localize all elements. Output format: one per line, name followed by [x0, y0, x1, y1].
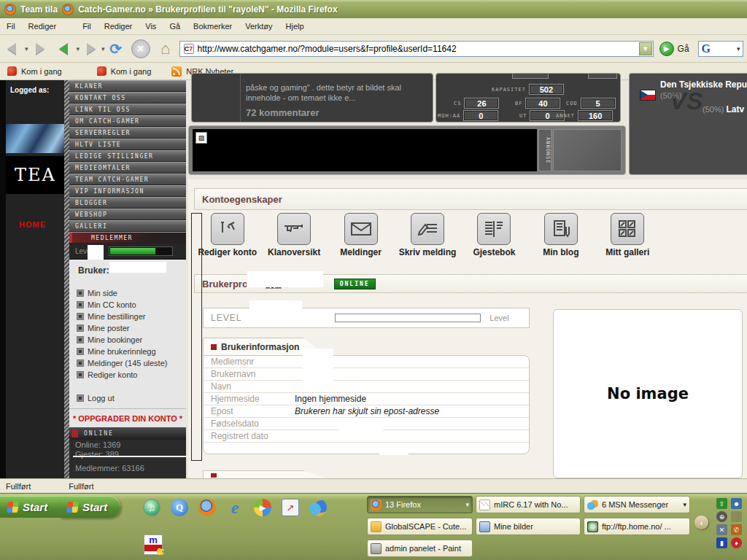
back-button-inactive[interactable] — [4, 39, 23, 58]
action-klanoversikt[interactable]: Klanoversikt — [260, 213, 327, 261]
start-button[interactable]: Start — [60, 496, 120, 518]
group-dropdown-icon[interactable]: ▾ — [465, 501, 469, 508]
menu-fil-back[interactable]: Fil — [0, 22, 22, 31]
menu-rediger[interactable]: Rediger — [98, 22, 139, 31]
stop-icon[interactable]: ✕ — [131, 39, 150, 58]
go-button-label[interactable]: Gå — [678, 44, 689, 54]
media-player-quicklaunch-icon[interactable]: ▶ — [254, 499, 271, 516]
taskbar-button-mirc[interactable]: mIRC 6.17 with No... — [476, 496, 581, 513]
menu-ga[interactable]: Gå — [163, 22, 187, 31]
sidebar-item-vip-informasjon[interactable]: VIP INFORMASJON — [69, 185, 186, 197]
menu-fil[interactable]: Fil — [76, 22, 98, 31]
tray-phone-icon[interactable]: ✆ — [731, 524, 742, 535]
tray-network-disconnected-icon[interactable]: ✕ — [716, 524, 727, 535]
tray-collapse-chevron-icon[interactable]: ‹ — [694, 516, 708, 529]
tray-globe-icon[interactable]: ⊕ — [716, 511, 727, 522]
back-dropdown-icon[interactable]: ▾ — [25, 45, 28, 52]
sidebar-item-link-til-oss[interactable]: LINK TIL OSS — [69, 104, 186, 115]
forward-history-dropdown-icon[interactable]: ▾ — [101, 45, 105, 52]
taskbar: Start Start ♫ Q e ▶ ↗ mirc 13 Firefox ▾ … — [0, 493, 747, 560]
square-bullet-icon — [77, 394, 84, 402]
mirc-desktop-icon[interactable]: mirc — [144, 534, 163, 555]
home-icon[interactable]: ⌂ — [156, 39, 175, 58]
usermenu-mine-brukerinnlegg[interactable]: Mine brukerinnlegg — [77, 346, 186, 357]
action-meldinger[interactable]: Meldinger — [328, 213, 394, 261]
action-gjestebok[interactable]: Gjestebok — [461, 213, 527, 261]
action-min-blog[interactable]: Min blog — [527, 213, 594, 261]
menu-bokmerker[interactable]: Bokmerker — [187, 22, 239, 31]
usermenu-mine-bestillinger[interactable]: Mine bestillinger — [77, 311, 186, 322]
sidebar-item-blogger[interactable]: BLOGGER — [69, 197, 186, 209]
comment-count[interactable]: 72 kommentarer — [246, 107, 319, 118]
firefox-quicklaunch-icon[interactable] — [198, 499, 216, 516]
sidebar-item-kontakt-oss[interactable]: KONTAKT OSS — [69, 92, 186, 104]
address-bar[interactable]: C7 http://www.catchgamer.no/?module=user… — [179, 41, 654, 57]
search-engine-dropdown-icon[interactable]: ▾ — [737, 45, 740, 52]
gun-icon — [277, 213, 311, 245]
online-status-badge: ONLINE — [334, 279, 376, 289]
taskbar-button-msn[interactable]: 6 MSN Messenger ▾ — [584, 496, 690, 513]
bookmark-kom-i-gang-1[interactable]: Kom i gang — [21, 67, 62, 76]
usermenu-min-side[interactable]: Min side — [77, 287, 186, 299]
taskbar-button-ftp[interactable]: ftp://ftp.home.no/ ... — [584, 518, 690, 535]
bruker-label: Bruker: — [78, 265, 109, 276]
bf-label: BF — [515, 101, 522, 106]
tray-user-icon[interactable]: ☻ — [731, 498, 742, 509]
sidebar-item-medlemmer[interactable]: MEDLEMMER — [69, 232, 186, 244]
tray-update-icon[interactable]: ⇧ — [716, 498, 727, 509]
usermenu-meldinger[interactable]: Meldinger (145 uleste) — [77, 357, 186, 369]
upgrade-account-link[interactable]: * OPPGRADER DIN KONTO * — [69, 408, 186, 427]
usermenu-mine-poster[interactable]: Mine poster — [77, 322, 186, 334]
group-dropdown-icon[interactable]: ▾ — [683, 501, 686, 508]
forward-button[interactable] — [81, 39, 100, 58]
taskbar-button-firefox[interactable]: 13 Firefox ▾ — [367, 496, 473, 513]
pictures-folder-icon — [479, 521, 490, 532]
url-dropdown-icon[interactable]: ▼ — [639, 42, 652, 55]
taskbar-button-globalscape[interactable]: GlobalSCAPE - Cute... — [367, 518, 473, 535]
usermenu-mine-bookinger[interactable]: Mine bookinger — [77, 334, 186, 346]
usermenu-logg-ut[interactable]: Logg ut — [77, 392, 186, 404]
sidebar-item-om-catch-gamer[interactable]: OM CATCH-GAMER — [69, 115, 186, 127]
sidebar-item-webshop[interactable]: WEBSHOP — [69, 209, 186, 220]
taskbar-button-paint[interactable]: admin panelet - Paint — [367, 540, 473, 557]
taskbar-button-mine-bilder[interactable]: Mine bilder — [476, 518, 581, 535]
menu-hjelp[interactable]: Hjelp — [279, 22, 311, 31]
sidebar-item-team-catch-gamer[interactable]: TEAM CATCH-GAMER — [69, 174, 186, 185]
tray-shield-icon[interactable]: ♦ — [731, 537, 742, 548]
action-rediger-konto[interactable]: Rediger konto — [194, 213, 260, 261]
export-quicklaunch-icon[interactable]: ↗ — [282, 499, 299, 516]
sidebar-item-medieomtaler[interactable]: MEDIEOMTALER — [69, 162, 186, 174]
internet-explorer-quicklaunch-icon[interactable]: e — [226, 499, 244, 516]
usermenu-rediger-konto[interactable]: Rediger konto — [77, 369, 186, 381]
menu-vis[interactable]: Vis — [139, 22, 163, 31]
sidebar-item-serverregler[interactable]: SERVERREGLER — [69, 127, 186, 139]
square-bullet-icon — [77, 313, 84, 320]
tray-app-icon[interactable] — [731, 511, 742, 522]
sidebar-item-klaner[interactable]: KLANER — [69, 80, 186, 92]
back-history-dropdown-icon[interactable]: ▾ — [77, 45, 80, 52]
back-button[interactable] — [56, 39, 75, 58]
sidebar-item-galleri[interactable]: GALLERI — [69, 220, 186, 232]
url-text[interactable]: http://www.catchgamer.no/?module=users&f… — [198, 44, 457, 54]
home-link[interactable]: HOME — [19, 220, 46, 229]
msn-messenger-quicklaunch-icon[interactable] — [309, 499, 327, 516]
search-input[interactable]: G ▾ — [698, 41, 743, 57]
start-button-back[interactable]: Start — [0, 496, 60, 518]
go-button-icon[interactable]: ▶ — [659, 42, 674, 56]
action-mitt-galleri[interactable]: Mitt galleri — [595, 213, 661, 261]
action-skriv-melding[interactable]: Skriv melding — [394, 213, 460, 261]
menubar: Fil Rediger Fil Rediger Vis Gå Bokmerker… — [0, 18, 747, 35]
quicktime-quicklaunch-icon[interactable]: Q — [171, 499, 188, 516]
bookmark-kom-i-gang-2[interactable]: Kom i gang — [111, 67, 152, 76]
itunes-quicklaunch-icon[interactable]: ♫ — [143, 499, 160, 516]
book-icon — [477, 213, 511, 245]
sidebar-item-ledige-stillinger[interactable]: LEDIGE STILLINGER — [69, 150, 186, 162]
reload-icon[interactable]: ⟳ — [107, 39, 125, 58]
forward-button-inactive[interactable] — [30, 39, 49, 58]
menu-rediger-back[interactable]: Rediger — [22, 22, 63, 31]
usermenu-min-cc-konto[interactable]: Min CC konto — [77, 299, 186, 311]
menu-verktoy[interactable]: Verktøy — [239, 22, 279, 31]
sidebar-item-hltv-liste[interactable]: HLTV LISTE — [69, 139, 186, 150]
team-logo-text: TEA — [6, 156, 64, 194]
tray-battery-icon[interactable]: ▮ — [716, 537, 727, 548]
